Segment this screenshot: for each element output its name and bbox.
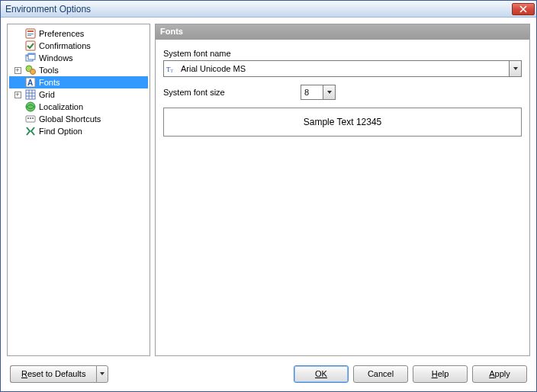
dialog-window: Environment Options Preferences Confirma…: [0, 0, 537, 392]
svg-point-18: [26, 102, 35, 111]
tools-icon: [24, 64, 37, 76]
panel-header: Fonts: [156, 24, 529, 40]
font-size-label: System font size: [163, 88, 301, 97]
font-name-select[interactable]: TT Arial Unicode MS: [163, 60, 522, 77]
tree-item-localization[interactable]: Localization: [9, 101, 148, 113]
expander-grid[interactable]: +: [14, 92, 21, 98]
tree-label: Fonts: [39, 78, 60, 87]
svg-rect-21: [30, 117, 31, 119]
tree-item-windows[interactable]: Windows: [9, 52, 148, 64]
tree-item-fonts[interactable]: A Fonts: [9, 76, 148, 88]
localization-icon: [24, 101, 37, 113]
svg-rect-2: [27, 34, 34, 34]
font-size-dropdown-button[interactable]: [323, 85, 335, 99]
svg-rect-20: [27, 117, 29, 119]
preferences-icon: [24, 27, 37, 40]
tree-label: Confirmations: [39, 41, 91, 50]
tree-item-tools[interactable]: + Tools: [9, 64, 148, 76]
tree-item-global-shortcuts[interactable]: Global Shortcuts: [9, 113, 148, 125]
svg-rect-3: [27, 35, 31, 36]
svg-rect-13: [26, 90, 35, 99]
tree-label: Find Option: [39, 127, 82, 136]
find-icon: [24, 125, 37, 137]
tree-label: Windows: [39, 53, 73, 63]
tree-item-find-option[interactable]: Find Option: [9, 125, 148, 137]
ok-button[interactable]: OK: [294, 365, 349, 383]
grid-icon: [24, 88, 37, 101]
fonts-icon: A: [24, 76, 37, 88]
nav-tree[interactable]: Preferences Confirmations Windows + Tool…: [7, 24, 150, 356]
apply-button[interactable]: Apply: [472, 365, 527, 383]
help-button[interactable]: Help: [413, 365, 468, 383]
shortcuts-icon: [24, 113, 37, 125]
svg-point-10: [31, 69, 36, 75]
svg-rect-4: [26, 41, 35, 50]
sample-preview: Sample Text 12345: [163, 108, 522, 137]
close-icon: [519, 5, 527, 13]
close-button[interactable]: [512, 3, 535, 15]
tree-label: Tools: [39, 66, 59, 75]
svg-text:A: A: [27, 79, 33, 87]
tree-label: Preferences: [39, 29, 84, 38]
chevron-down-icon: [327, 91, 332, 94]
tree-item-preferences[interactable]: Preferences: [9, 27, 148, 40]
sample-text: Sample Text 12345: [304, 117, 382, 127]
svg-rect-1: [27, 31, 34, 32]
svg-text:T: T: [170, 68, 174, 74]
tree-item-confirmations[interactable]: Confirmations: [9, 40, 148, 52]
dialog-footer: Reset to Defaults OK Cancel Help Apply: [1, 362, 536, 391]
body-area: Preferences Confirmations Windows + Tool…: [1, 18, 536, 362]
windows-icon: [24, 52, 37, 64]
tree-label: Global Shortcuts: [39, 114, 101, 124]
chevron-down-icon: [100, 372, 105, 375]
titlebar[interactable]: Environment Options: [1, 1, 536, 18]
reset-defaults-button[interactable]: Reset to Defaults: [10, 365, 96, 383]
svg-rect-22: [32, 117, 34, 119]
font-name-dropdown-button[interactable]: [509, 61, 521, 76]
font-size-select[interactable]: 8: [301, 85, 336, 100]
cancel-button[interactable]: Cancel: [353, 365, 408, 383]
font-name-value: Arial Unicode MS: [178, 64, 509, 73]
reset-defaults-split: Reset to Defaults: [10, 365, 108, 383]
tree-item-grid[interactable]: + Grid: [9, 88, 148, 101]
confirmations-icon: [24, 40, 37, 52]
chevron-down-icon: [513, 67, 518, 70]
svg-rect-8: [28, 53, 35, 55]
reset-defaults-dropdown[interactable]: [96, 365, 108, 383]
content-panel: Fonts System font name TT Arial Unicode …: [155, 24, 530, 356]
tree-label: Localization: [39, 102, 83, 111]
expander-tools[interactable]: +: [14, 67, 21, 74]
font-size-value: 8: [301, 88, 323, 97]
font-name-label: System font name: [163, 49, 522, 58]
panel-body: System font name TT Arial Unicode MS Sys…: [156, 40, 529, 146]
truetype-icon: TT: [164, 63, 178, 74]
tree-label: Grid: [39, 90, 55, 99]
window-title: Environment Options: [5, 4, 512, 14]
